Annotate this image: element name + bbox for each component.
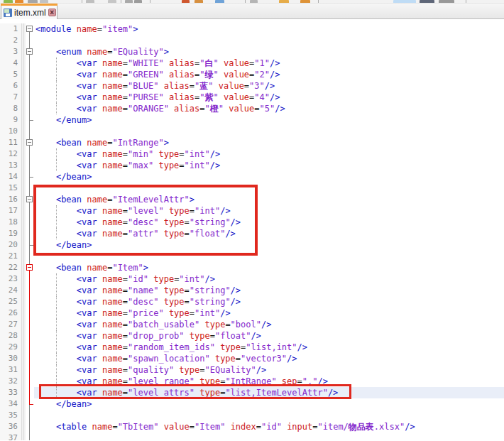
code-text[interactable]: <var name="desc" type="string"/> bbox=[34, 296, 504, 307]
toolbar-icon-fragment[interactable] bbox=[393, 0, 416, 3]
code-text[interactable]: <var name="PURSE" alias="紫" value="4"/> bbox=[34, 92, 504, 103]
toolbar-icon-fragment[interactable] bbox=[300, 0, 310, 3]
code-line-3[interactable]: 3 <enum name="EQuality"> bbox=[0, 46, 504, 58]
code-text[interactable] bbox=[34, 432, 504, 440]
code-line-29[interactable]: 29 <var name="random_item_ids" type="lis… bbox=[0, 342, 504, 353]
code-text[interactable]: <var name="batch_usable" type="bool"/> bbox=[34, 319, 504, 330]
code-line-22[interactable]: 22 <bean name="Item"> bbox=[0, 262, 504, 273]
code-line-31[interactable]: 31 <var name="quality" type="EQuality"/> bbox=[0, 364, 504, 376]
code-line-10[interactable]: 10 bbox=[0, 126, 504, 137]
code-line-25[interactable]: 25 <var name="desc" type="string"/> bbox=[0, 296, 504, 307]
code-line-5[interactable]: 5 <var name="GREEN" alias="绿" value="2"/… bbox=[0, 69, 504, 80]
code-line-35[interactable]: 35 bbox=[0, 410, 504, 421]
fold-marker[interactable] bbox=[26, 139, 33, 146]
code-line-33[interactable]: 33 <var name="level_attrs" type="list,It… bbox=[0, 387, 504, 398]
code-line-8[interactable]: 8 <var name="ORANGE" alias="橙" value="5"… bbox=[0, 103, 504, 114]
code-text[interactable]: <module name="item"> bbox=[34, 23, 504, 35]
code-line-34[interactable]: 34 </bean> bbox=[0, 398, 504, 410]
code-text[interactable]: <var name="desc" type="string"/> bbox=[34, 217, 504, 228]
code-line-16[interactable]: 16 <bean name="ItemLevelAttr"> bbox=[0, 194, 504, 205]
code-text[interactable]: <var name="quality" type="EQuality"/> bbox=[34, 364, 504, 376]
code-line-23[interactable]: 23 <var name="id" type="int"/> bbox=[0, 273, 504, 285]
code-text[interactable]: <var name="level" type="int"/> bbox=[34, 205, 504, 217]
code-line-26[interactable]: 26 <var name="price" type="int"/> bbox=[0, 307, 504, 319]
toolbar-icon-fragment[interactable] bbox=[420, 0, 434, 3]
code-text[interactable]: <var name="min" type="int"/> bbox=[34, 148, 504, 160]
code-text[interactable]: </bean> bbox=[34, 239, 504, 251]
code-line-32[interactable]: 32 <var name="level_range" type="IntRang… bbox=[0, 376, 504, 387]
code-line-20[interactable]: 20 </bean> bbox=[0, 239, 504, 251]
code-text[interactable]: <var name="max" type="int"/> bbox=[34, 160, 504, 171]
toolbar-icon-fragment[interactable] bbox=[182, 0, 190, 3]
code-line-4[interactable]: 4 <var name="WHITE" alias="白" value="1"/… bbox=[0, 58, 504, 69]
toolbar-icon-fragment[interactable] bbox=[108, 0, 116, 3]
toolbar-icon-fragment[interactable] bbox=[195, 0, 203, 3]
code-line-28[interactable]: 28 <var name="drop_prob" type="float"/> bbox=[0, 330, 504, 342]
code-text[interactable] bbox=[34, 183, 504, 194]
code-text[interactable]: </bean> bbox=[34, 171, 504, 183]
toolbar-icon-fragment[interactable] bbox=[439, 0, 454, 3]
code-line-2[interactable]: 2 bbox=[0, 35, 504, 46]
code-text[interactable]: <enum name="EQuality"> bbox=[34, 46, 504, 58]
code-line-6[interactable]: 6 <var name="BLUE" alias="蓝" value="3"/> bbox=[0, 80, 504, 92]
toolbar-icon-fragment[interactable] bbox=[215, 0, 224, 3]
code-text[interactable]: <var name="attr" type="float"/> bbox=[34, 228, 504, 239]
code-text[interactable]: <bean name="Item"> bbox=[34, 262, 504, 273]
code-line-12[interactable]: 12 <var name="min" type="int"/> bbox=[0, 148, 504, 160]
tab-item-xml[interactable]: item.xml × bbox=[1, 4, 57, 19]
code-line-13[interactable]: 13 <var name="max" type="int"/> bbox=[0, 160, 504, 171]
code-line-21[interactable]: 21 bbox=[0, 251, 504, 262]
code-text[interactable] bbox=[34, 126, 504, 137]
fold-marker[interactable] bbox=[26, 26, 33, 32]
toolbar-icon-fragment[interactable] bbox=[15, 0, 23, 3]
code-text[interactable]: <var name="random_item_ids" type="list,i… bbox=[34, 342, 504, 353]
code-text[interactable]: <var name="spawn_location" type="vector3… bbox=[34, 353, 504, 364]
code-text[interactable]: <var name="name" type="string"/> bbox=[34, 285, 504, 296]
toolbar-icon-fragment[interactable] bbox=[125, 0, 133, 3]
fold-marker[interactable] bbox=[26, 48, 33, 55]
toolbar-icon-fragment[interactable] bbox=[28, 0, 38, 3]
code-text[interactable] bbox=[34, 35, 504, 46]
code-line-36[interactable]: 36 <table name="TbItem" value="Item" ind… bbox=[0, 421, 504, 432]
code-text[interactable]: <var name="drop_prob" type="float"/> bbox=[34, 330, 504, 342]
code-text[interactable]: <table name="TbItem" value="Item" index=… bbox=[34, 421, 504, 432]
code-line-11[interactable]: 11 <bean name="IntRange"> bbox=[0, 137, 504, 148]
toolbar-icon-fragment[interactable] bbox=[4, 0, 13, 3]
code-line-17[interactable]: 17 <var name="level" type="int"/> bbox=[0, 205, 504, 217]
code-text[interactable]: <var name="id" type="int"/> bbox=[34, 273, 504, 285]
code-line-18[interactable]: 18 <var name="desc" type="string"/> bbox=[0, 217, 504, 228]
toolbar-icon-fragment[interactable] bbox=[279, 0, 289, 3]
line-number: 35 bbox=[0, 410, 21, 421]
code-line-37[interactable]: 37 bbox=[0, 432, 504, 440]
code-text[interactable]: <var name="level_range" type="IntRange" … bbox=[34, 376, 504, 387]
code-text[interactable]: <bean name="IntRange"> bbox=[34, 137, 504, 148]
toolbar-icon-fragment[interactable] bbox=[134, 0, 142, 3]
code-text[interactable] bbox=[34, 251, 504, 262]
toolbar-icon-fragment[interactable] bbox=[40, 0, 48, 3]
code-line-30[interactable]: 30 <var name="spawn_location" type="vect… bbox=[0, 353, 504, 364]
code-line-7[interactable]: 7 <var name="PURSE" alias="紫" value="4"/… bbox=[0, 92, 504, 103]
code-editor[interactable]: 1<module name="item">23 <enum name="EQua… bbox=[0, 19, 504, 440]
code-line-15[interactable]: 15 bbox=[0, 183, 504, 194]
fold-marker[interactable] bbox=[26, 196, 33, 202]
code-text[interactable] bbox=[34, 410, 504, 421]
close-icon[interactable]: × bbox=[48, 9, 56, 16]
code-text[interactable]: <var name="BLUE" alias="蓝" value="3"/> bbox=[34, 80, 504, 92]
fold-marker[interactable] bbox=[26, 264, 33, 271]
code-line-24[interactable]: 24 <var name="name" type="string"/> bbox=[0, 285, 504, 296]
code-text[interactable]: </enum> bbox=[34, 114, 504, 126]
code-text[interactable]: <var name="level_attrs" type="list,ItemL… bbox=[34, 387, 504, 398]
code-text[interactable]: <var name="WHITE" alias="白" value="1"/> bbox=[34, 58, 504, 69]
toolbar-icon-fragment[interactable] bbox=[250, 0, 258, 3]
toolbar-icon-fragment[interactable] bbox=[86, 0, 94, 3]
code-line-9[interactable]: 9 </enum> bbox=[0, 114, 504, 126]
code-text[interactable]: <bean name="ItemLevelAttr"> bbox=[34, 194, 504, 205]
code-line-1[interactable]: 1<module name="item"> bbox=[0, 23, 504, 35]
code-text[interactable]: <var name="price" type="int"/> bbox=[34, 307, 504, 319]
code-line-14[interactable]: 14 </bean> bbox=[0, 171, 504, 183]
code-line-27[interactable]: 27 <var name="batch_usable" type="bool"/… bbox=[0, 319, 504, 330]
code-text[interactable]: <var name="GREEN" alias="绿" value="2"/> bbox=[34, 69, 504, 80]
code-line-19[interactable]: 19 <var name="attr" type="float"/> bbox=[0, 228, 504, 239]
code-text[interactable]: </bean> bbox=[34, 398, 504, 410]
code-text[interactable]: <var name="ORANGE" alias="橙" value="5"/> bbox=[34, 103, 504, 114]
